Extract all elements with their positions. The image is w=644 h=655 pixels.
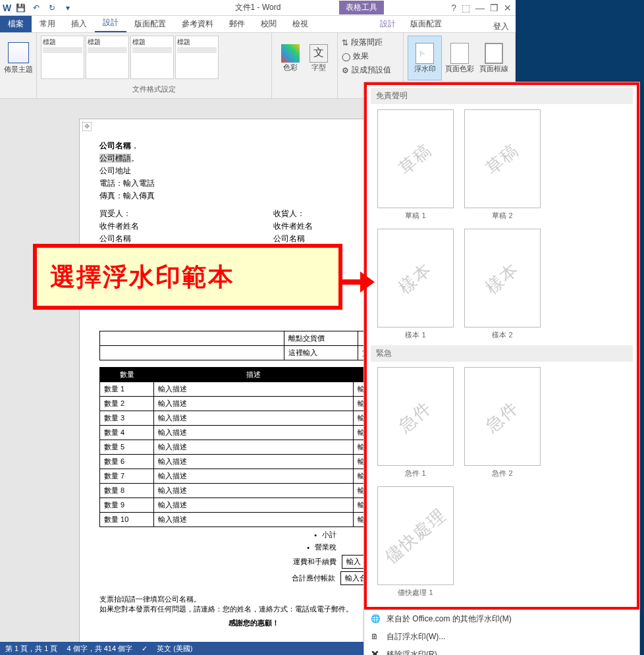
cell-desc[interactable]: 輸入描述 bbox=[154, 382, 353, 397]
cell-desc[interactable]: 輸入描述 bbox=[154, 440, 353, 455]
qat-dropdown-icon[interactable]: ▾ bbox=[61, 1, 74, 14]
tab-references[interactable]: 參考資料 bbox=[174, 16, 221, 32]
style-item[interactable]: 標題 bbox=[41, 36, 84, 79]
colors-button[interactable]: 色彩 bbox=[276, 36, 305, 80]
tab-mailings[interactable]: 郵件 bbox=[221, 16, 253, 32]
themes-button[interactable]: 佈景主題 bbox=[3, 36, 34, 80]
document-title: 文件1 - Word bbox=[235, 2, 281, 13]
cell-desc[interactable]: 輸入描述 bbox=[154, 469, 353, 484]
anchor-icon[interactable]: ✥ bbox=[82, 122, 92, 131]
watermark-item-label: 草稿 2 bbox=[492, 211, 512, 221]
spellcheck-icon[interactable]: ✓ bbox=[142, 644, 148, 653]
help-icon[interactable]: ? bbox=[451, 3, 456, 13]
company-slogan[interactable]: 公司標語 bbox=[99, 154, 131, 163]
set-default-button[interactable]: ⚙設成預設值 bbox=[342, 63, 399, 77]
save-icon[interactable]: 💾 bbox=[14, 1, 27, 14]
watermark-thumb: 急件 bbox=[464, 367, 541, 466]
word-count[interactable]: 4 個字，共 414 個字 bbox=[67, 644, 132, 654]
watermark-thumb: 樣本 bbox=[377, 229, 454, 328]
table-row: 數量 8輸入描述輸入價格 bbox=[100, 484, 408, 498]
watermark-template[interactable]: 急件急件 2 bbox=[463, 367, 542, 478]
cell-desc[interactable]: 輸入描述 bbox=[154, 484, 353, 498]
wm-more-office[interactable]: 🌐來自於 Office.com 的其他浮水印(M) bbox=[364, 610, 639, 628]
page-color-button[interactable]: 頁面色彩 bbox=[442, 36, 476, 80]
watermark-thumb: 急件 bbox=[377, 367, 454, 466]
ribbon-options-icon[interactable]: ⬚ bbox=[462, 3, 470, 13]
cell-qty[interactable]: 數量 7 bbox=[100, 469, 154, 484]
cell-qty[interactable]: 數量 6 bbox=[100, 455, 154, 469]
watermark-template[interactable]: 急件急件 1 bbox=[376, 367, 455, 478]
watermark-template[interactable]: 樣本樣本 2 bbox=[463, 229, 542, 340]
style-item[interactable]: 標題 bbox=[130, 36, 174, 79]
tab-tools-layout[interactable]: 版面配置 bbox=[402, 16, 450, 32]
cell-qty[interactable]: 數量 9 bbox=[100, 498, 154, 513]
cell-qty[interactable]: 數量 2 bbox=[100, 397, 154, 411]
tab-review[interactable]: 校閱 bbox=[253, 16, 284, 32]
style-gallery[interactable]: 標題 標題 標題 標題 bbox=[41, 36, 267, 79]
watermark-template[interactable]: 草稿草稿 1 bbox=[376, 109, 455, 221]
tab-insert[interactable]: 插入 bbox=[63, 16, 95, 32]
watermark-gallery-panel: 免責聲明 草稿草稿 1草稿草稿 2樣本樣本 1樣本樣本 2 緊急 急件急件 1急… bbox=[363, 82, 640, 655]
style-item[interactable]: 標題 bbox=[86, 36, 129, 79]
ribbon-tabs: 檔案 常用 插入 設計 版面配置 參考資料 郵件 校閱 檢視 設計 版面配置 登… bbox=[0, 16, 516, 33]
cell-qty[interactable]: 數量 5 bbox=[100, 440, 154, 455]
cell-desc[interactable]: 輸入描述 bbox=[154, 426, 353, 440]
language-indicator[interactable]: 英文 (美國) bbox=[157, 644, 192, 654]
wm-section-disclaimer: 免責聲明 bbox=[371, 88, 633, 104]
login-link[interactable]: 登入 bbox=[493, 21, 509, 32]
colors-label: 色彩 bbox=[283, 63, 298, 72]
style-item[interactable]: 標題 bbox=[175, 36, 219, 79]
watermark-template[interactable]: 草稿草稿 2 bbox=[463, 109, 542, 221]
cell-qty[interactable]: 數量 4 bbox=[100, 426, 154, 440]
cell-qty[interactable]: 數量 1 bbox=[100, 382, 154, 397]
table-row: 數量 1輸入描述輸入價格 bbox=[100, 382, 408, 397]
fonts-label: 字型 bbox=[311, 63, 326, 72]
cell-desc[interactable]: 輸入描述 bbox=[154, 397, 353, 411]
page-border-button[interactable]: 頁面框線 bbox=[477, 36, 511, 80]
arrow-line bbox=[342, 279, 362, 285]
table-row: 數量 10輸入描述輸入價格 bbox=[100, 513, 408, 527]
tab-view[interactable]: 檢視 bbox=[284, 16, 316, 32]
cell-desc[interactable]: 輸入描述 bbox=[154, 498, 353, 513]
watermark-button[interactable]: A 浮水印 bbox=[408, 36, 442, 80]
cell-qty[interactable]: 數量 8 bbox=[100, 484, 154, 498]
shipping-label: 運費和手續費 bbox=[293, 557, 336, 567]
close-icon[interactable]: ✕ bbox=[504, 3, 512, 13]
wm-remove[interactable]: 🗙移除浮水印(R) bbox=[364, 646, 639, 655]
restore-icon[interactable]: ❐ bbox=[490, 3, 498, 13]
page-color-label: 頁面色彩 bbox=[445, 64, 474, 74]
cell-qty[interactable]: 數量 3 bbox=[100, 411, 154, 426]
globe-icon: 🌐 bbox=[371, 614, 381, 625]
tab-design[interactable]: 設計 bbox=[95, 14, 126, 32]
table-row: 數量 7輸入描述輸入價格 bbox=[100, 469, 408, 484]
table-row: 數量 9輸入描述輸入價格 bbox=[100, 498, 408, 513]
colors-icon bbox=[281, 44, 300, 63]
undo-icon[interactable]: ↶ bbox=[30, 1, 43, 14]
tab-layout[interactable]: 版面配置 bbox=[126, 16, 174, 32]
effects-icon: ◯ bbox=[342, 52, 350, 61]
watermark-template[interactable]: 樣本樣本 1 bbox=[376, 229, 455, 340]
fonts-button[interactable]: 文 字型 bbox=[305, 36, 334, 80]
company-name: 公司名稱 bbox=[99, 141, 131, 150]
tab-home[interactable]: 常用 bbox=[32, 16, 63, 32]
watermark-item-label: 儘快處理 1 bbox=[398, 588, 433, 598]
tab-file[interactable]: 檔案 bbox=[0, 16, 32, 32]
watermark-item-label: 急件 2 bbox=[492, 469, 512, 478]
cell-desc[interactable]: 輸入描述 bbox=[154, 455, 353, 469]
annotation-callout: 選擇浮水印範本 bbox=[33, 244, 342, 310]
cell-qty[interactable]: 數量 10 bbox=[100, 513, 154, 527]
para-spacing-button[interactable]: ⇅段落間距 bbox=[342, 36, 399, 49]
watermark-item-label: 草稿 1 bbox=[405, 211, 425, 221]
watermark-template[interactable]: 儘快處理儘快處理 1 bbox=[376, 486, 455, 598]
cell-desc[interactable]: 輸入描述 bbox=[154, 513, 353, 527]
wm-custom[interactable]: 🗎自訂浮水印(W)... bbox=[364, 628, 639, 646]
cell-desc[interactable]: 輸入描述 bbox=[154, 411, 353, 426]
tab-tools-design[interactable]: 設計 bbox=[372, 16, 404, 32]
redo-icon[interactable]: ↻ bbox=[45, 1, 59, 14]
th-qty: 數量 bbox=[100, 368, 154, 382]
effects-button[interactable]: ◯效果 bbox=[342, 49, 399, 63]
table-row: 數量 2輸入描述輸入價格 bbox=[100, 397, 408, 411]
minimize-icon[interactable]: — bbox=[475, 3, 485, 13]
table-row: 數量 6輸入描述輸入價格 bbox=[100, 455, 408, 469]
page-indicator[interactable]: 第 1 頁，共 1 頁 bbox=[5, 644, 57, 654]
